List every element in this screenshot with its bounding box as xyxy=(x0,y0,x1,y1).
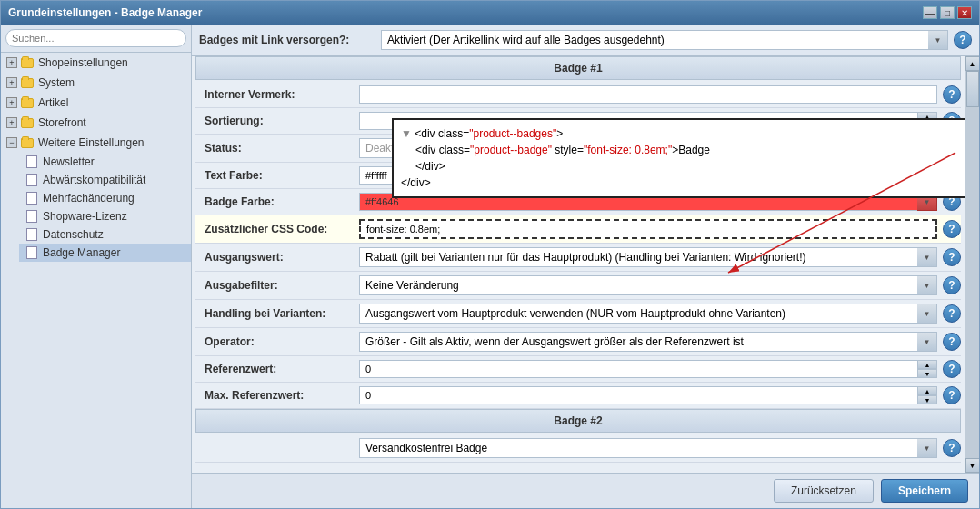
scrollbar: ▲ ▼ xyxy=(965,56,979,473)
help-badge2[interactable]: ? xyxy=(943,439,961,457)
ausgangswert-value: Rabatt (gilt bei Varianten nur für das H… xyxy=(365,251,805,264)
help-ausgangswert[interactable]: ? xyxy=(943,248,961,266)
top-form-row: Badges mit Link versorgen?: Aktiviert (D… xyxy=(192,25,979,56)
label-interner-vermerk: Interner Vermerk: xyxy=(195,88,359,101)
sidebar-label-datenschutz: Datenschutz xyxy=(43,228,104,241)
scroll-track[interactable] xyxy=(965,71,979,458)
sidebar-item-abwaerts[interactable]: Abwärtskompatibilität xyxy=(19,171,191,189)
folder-icon xyxy=(20,75,35,90)
top-form-dropdown-arrow[interactable]: ▼ xyxy=(928,30,948,50)
sidebar-item-shopware-lizenz[interactable]: Shopware-Lizenz xyxy=(19,207,191,225)
spinner-max-up[interactable]: ▲ xyxy=(917,386,937,395)
spinner-ref-down[interactable]: ▼ xyxy=(917,369,937,378)
scroll-thumb[interactable] xyxy=(966,71,979,107)
badge2-dropdown-arrow[interactable]: ▼ xyxy=(917,438,937,458)
sidebar-item-shopeinstellungen[interactable]: + Shopeinstellungen xyxy=(1,53,191,73)
label-ausgabefilter: Ausgabefilter: xyxy=(195,279,359,292)
scroll-down-button[interactable]: ▼ xyxy=(965,458,980,473)
expand-icon[interactable]: − xyxy=(6,137,17,148)
form-row-max-referenzwert: Max. Referenzwert: ▲ ▼ ? xyxy=(195,383,961,409)
doc-icon xyxy=(25,155,39,169)
expand-icon[interactable]: + xyxy=(6,117,17,128)
sidebar-item-badge-manager[interactable]: Badge Manager xyxy=(19,244,191,262)
sidebar-label-abwaerts: Abwärtskompatibilität xyxy=(43,174,145,186)
form-row-referenzwert: Referenzwert: ▲ ▼ ? xyxy=(195,356,961,383)
input-interner-vermerk[interactable] xyxy=(359,85,937,104)
maximize-button[interactable]: □ xyxy=(940,6,955,19)
label-operator: Operator: xyxy=(195,335,359,348)
sidebar-item-system[interactable]: + System xyxy=(1,73,191,93)
folder-icon xyxy=(20,115,35,130)
input-css-code[interactable] xyxy=(359,219,937,239)
help-interner-vermerk[interactable]: ? xyxy=(943,85,961,104)
titlebar: Grundeinstellungen - Badge Manager — □ ✕ xyxy=(1,1,979,25)
doc-icon xyxy=(25,245,39,260)
form-row-handling-varianten: Handling bei Varianten: Ausgangswert vom… xyxy=(195,300,961,328)
sidebar-label-mehrfach: Mehrfachänderung xyxy=(43,192,135,205)
form-section: Badge #1 ▼ <div class="product--badges">… xyxy=(192,56,965,473)
help-operator[interactable]: ? xyxy=(943,333,961,351)
top-form-label: Badges mit Link versorgen?: xyxy=(199,34,381,46)
nav-sub-weitere: Newsletter Abwärtskompatibilität Mehrfac… xyxy=(1,153,191,262)
main-window: Grundeinstellungen - Badge Manager — □ ✕… xyxy=(0,0,980,509)
bottom-bar: Zurücksetzen Speichern xyxy=(192,473,979,508)
control-handling-varianten: Ausgangswert vom Hauptprodukt verwenden … xyxy=(359,304,937,324)
expand-icon[interactable]: + xyxy=(6,97,17,108)
doc-icon xyxy=(25,227,39,242)
input-referenzwert[interactable] xyxy=(359,360,937,378)
control-ausgabefilter: Keine Veränderung ▼ xyxy=(359,275,937,295)
form-row-ausgabefilter: Ausgabefilter: Keine Veränderung ▼ ? xyxy=(195,272,961,300)
sidebar-item-mehrfach[interactable]: Mehrfachänderung xyxy=(19,189,191,207)
spinner-max-down[interactable]: ▼ xyxy=(917,395,937,404)
reset-button[interactable]: Zurücksetzen xyxy=(774,479,874,503)
form-row-interner-vermerk: Interner Vermerk: ? xyxy=(195,82,961,108)
ausgabefilter-dropdown-arrow[interactable]: ▼ xyxy=(917,275,937,295)
control-referenzwert: ▲ ▼ xyxy=(359,360,937,378)
input-max-referenzwert[interactable] xyxy=(359,386,937,404)
control-ausgangswert: Rabatt (gilt bei Varianten nur für das H… xyxy=(359,247,937,267)
search-input[interactable] xyxy=(5,29,186,47)
doc-icon xyxy=(25,191,39,205)
doc-icon xyxy=(25,173,39,187)
sidebar-item-artikel[interactable]: + Artikel xyxy=(1,93,191,113)
content-scroll-area: Badge #1 ▼ <div class="product--badges">… xyxy=(192,56,979,473)
label-max-referenzwert: Max. Referenzwert: xyxy=(195,389,359,402)
ausgabefilter-value: Keine Veränderung xyxy=(365,279,459,292)
help-max-referenzwert[interactable]: ? xyxy=(943,386,961,404)
ausgangswert-dropdown-arrow[interactable]: ▼ xyxy=(917,247,937,267)
form-row-operator: Operator: Größer - Gilt als Aktiv, wenn … xyxy=(195,328,961,356)
expand-icon[interactable]: + xyxy=(6,57,17,68)
help-css-code[interactable]: ? xyxy=(943,220,961,238)
code-overlay: ▼ <div class="product--badges"> <div cla… xyxy=(392,118,965,198)
sidebar-label-newsletter: Newsletter xyxy=(43,155,95,168)
save-button[interactable]: Speichern xyxy=(881,479,968,503)
sidebar: + Shopeinstellungen + System + Artikel +… xyxy=(1,25,192,508)
minimize-button[interactable]: — xyxy=(923,6,937,19)
help-ausgabefilter[interactable]: ? xyxy=(943,276,961,294)
label-handling-varianten: Handling bei Varianten: xyxy=(195,307,359,320)
expand-icon[interactable]: + xyxy=(6,77,17,88)
close-button[interactable]: ✕ xyxy=(957,6,972,19)
spinner-ref-up[interactable]: ▲ xyxy=(917,360,937,369)
label-sortierung: Sortierung: xyxy=(195,115,359,127)
sidebar-label-system: System xyxy=(38,76,75,89)
control-css-code xyxy=(359,219,937,239)
scroll-up-button[interactable]: ▲ xyxy=(965,56,980,71)
operator-dropdown-arrow[interactable]: ▼ xyxy=(917,332,937,352)
handling-varianten-value: Ausgangswert vom Hauptprodukt verwenden … xyxy=(365,307,785,320)
control-max-referenzwert: ▲ ▼ xyxy=(359,386,937,404)
sidebar-item-weitere-einstellungen[interactable]: − Weitere Einstellungen xyxy=(1,133,191,153)
doc-icon xyxy=(25,209,39,224)
sidebar-item-storefront[interactable]: + Storefront xyxy=(1,113,191,133)
sidebar-item-datenschutz[interactable]: Datenschutz xyxy=(19,225,191,244)
main-area: + Shopeinstellungen + System + Artikel +… xyxy=(1,25,979,508)
help-handling-varianten[interactable]: ? xyxy=(943,304,961,323)
sidebar-label-badge-manager: Badge Manager xyxy=(43,246,120,259)
spinner-referenzwert: ▲ ▼ xyxy=(917,360,937,378)
sidebar-item-newsletter[interactable]: Newsletter xyxy=(19,153,191,171)
form-row-css-code: Zusätzlicher CSS Code: ? xyxy=(195,215,961,244)
help-referenzwert[interactable]: ? xyxy=(943,360,961,378)
code-line3: </div> xyxy=(401,158,965,175)
top-form-help-button[interactable]: ? xyxy=(954,31,972,49)
handling-varianten-dropdown-arrow[interactable]: ▼ xyxy=(917,304,937,324)
